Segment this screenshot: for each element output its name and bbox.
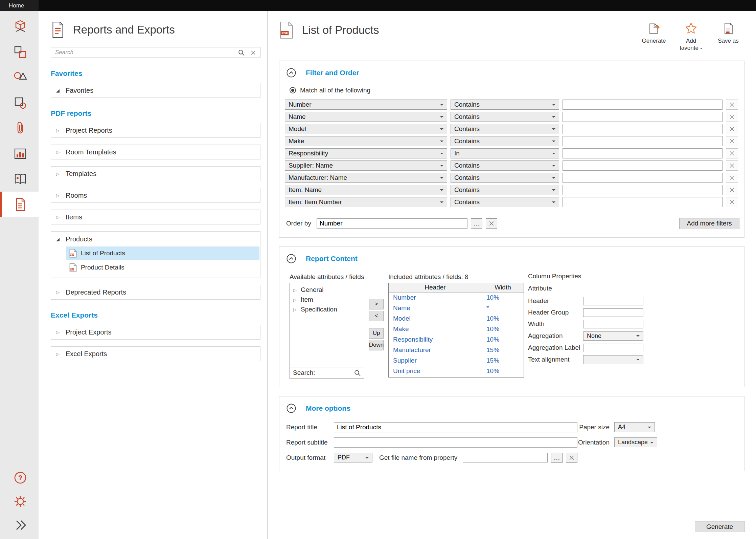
filter-value-input[interactable] [563,124,723,134]
included-attributes-table[interactable]: Header Width Number10% Name* Model10% Ma… [388,283,524,378]
expander-icon[interactable]: ▷ [56,351,61,357]
filter-field-select[interactable]: Model [285,124,447,134]
tree-item-products[interactable]: ◢ Products [51,232,260,246]
expander-icon[interactable]: ▷ [56,330,61,335]
filter-operator-select[interactable]: Contains [451,100,559,110]
included-attribute-row[interactable]: Supplier15% [389,355,524,366]
order-by-options-button[interactable]: … [471,218,482,229]
home-tab[interactable]: Home [0,0,39,11]
included-attribute-row[interactable]: Make10% [389,324,524,335]
text-alignment-select[interactable] [583,355,643,364]
remove-filter-button[interactable] [726,124,738,134]
generate-button[interactable]: Generate [640,21,668,52]
expander-icon[interactable]: ▷ [56,215,61,220]
catalog-icon[interactable] [0,166,39,192]
width-input[interactable] [583,320,643,328]
shapes-icon[interactable] [0,65,39,90]
remove-filter-button[interactable] [726,100,738,110]
filter-field-select[interactable]: Supplier: Name [285,160,447,171]
report-title-input[interactable] [334,422,577,432]
add-favorite-button[interactable]: Add favorite [677,21,705,52]
aggregation-label-input[interactable] [583,344,643,352]
collapse-icon[interactable] [286,68,296,78]
filter-operator-select[interactable]: In [451,148,559,158]
expander-icon[interactable]: ◢ [56,88,61,93]
save-as-button[interactable]: Save as [714,21,742,52]
filter-value-input[interactable] [563,160,723,171]
included-attribute-row[interactable]: Name* [389,303,524,314]
included-attribute-row[interactable]: Number10% [389,293,524,303]
order-by-input[interactable] [317,218,467,229]
expand-icon[interactable] [11,517,28,533]
filter-operator-select[interactable]: Contains [451,112,559,122]
move-left-button[interactable]: < [369,311,384,321]
filter-operator-select[interactable]: Contains [451,160,559,171]
filter-field-select[interactable]: Item: Item Number [285,197,447,207]
filter-operator-select[interactable]: Contains [451,136,559,146]
available-attributes-list[interactable]: ▷General ▷Item ▷Specification Search: [290,283,364,379]
remove-filter-button[interactable] [726,185,738,195]
tree-item-items[interactable]: ▷ Items [51,210,260,224]
match-all-radio[interactable] [290,87,296,93]
tree-item-templates[interactable]: ▷ Templates [51,166,260,181]
clear-search-icon[interactable] [250,50,256,56]
filter-section-header[interactable]: Filter and Order [285,68,739,78]
help-icon[interactable]: ? [11,470,28,486]
search-icon[interactable] [238,49,245,56]
filter-field-select[interactable]: Item: Name [285,185,447,195]
included-attribute-row[interactable]: Unit price10% [389,366,524,376]
included-attribute-row[interactable]: Manufacturer15% [389,345,524,355]
included-attribute-row[interactable]: Responsibility10% [389,335,524,345]
clear-order-button[interactable] [486,218,497,229]
file-name-property-input[interactable] [463,453,548,462]
expander-icon[interactable]: ▷ [56,290,61,295]
filter-operator-select[interactable]: Contains [451,173,559,183]
tree-item-deprecated-reports[interactable]: ▷ Deprecated Reports [51,285,260,300]
tree-item-room-templates[interactable]: ▷ Room Templates [51,145,260,159]
remove-filter-button[interactable] [726,160,738,171]
filter-value-input[interactable] [563,136,723,146]
filter-value-input[interactable] [563,173,723,183]
filter-field-select[interactable]: Number [285,100,447,110]
expander-icon[interactable]: ▷ [56,150,61,155]
filter-value-input[interactable] [563,112,723,122]
attributes-search-row[interactable]: Search: [290,367,364,379]
tree-item-project-reports[interactable]: ▷ Project Reports [51,123,260,138]
expander-icon[interactable]: ▷ [56,128,61,133]
file-name-options-button[interactable]: … [551,453,563,463]
search-input[interactable] [55,49,232,56]
move-right-button[interactable]: > [369,299,384,309]
tree-item-list-of-products[interactable]: PDF List of Products [66,246,259,260]
tree-item-product-details[interactable]: PDF Product Details [66,261,259,274]
paper-size-select[interactable]: A4 [614,422,655,432]
collapse-icon[interactable] [286,254,296,264]
tree-item-favorites[interactable]: ◢ Favorites [51,83,260,98]
model-icon[interactable] [0,14,39,39]
generate-report-button[interactable]: Generate [695,521,744,532]
search-icon[interactable] [354,369,361,376]
filter-field-select[interactable]: Name [285,112,447,122]
filter-field-select[interactable]: Make [285,136,447,146]
more-options-header[interactable]: More options [285,403,739,413]
remove-filter-button[interactable] [726,197,738,207]
statistics-icon[interactable] [0,141,39,166]
filter-value-input[interactable] [563,185,723,195]
filter-value-input[interactable] [563,100,723,110]
header-group-input[interactable] [583,308,643,317]
collapse-icon[interactable] [286,403,296,413]
tree-node-item[interactable]: ▷Item [290,295,364,305]
tree-node-specification[interactable]: ▷Specification [290,305,364,315]
buildings-icon[interactable] [0,39,39,65]
report-subtitle-input[interactable] [334,437,577,448]
header-input[interactable] [583,297,643,305]
remove-filter-button[interactable] [726,112,738,122]
filter-field-select[interactable]: Responsibility [285,148,447,158]
report-content-header[interactable]: Report Content [285,254,739,264]
tree-item-excel-exports[interactable]: ▷ Excel Exports [51,346,260,361]
remove-filter-button[interactable] [726,173,738,183]
filter-operator-select[interactable]: Contains [451,197,559,207]
move-up-button[interactable]: Up [369,328,384,339]
tree-item-rooms[interactable]: ▷ Rooms [51,188,260,203]
filter-operator-select[interactable]: Contains [451,185,559,195]
settings-icon[interactable] [11,494,28,509]
